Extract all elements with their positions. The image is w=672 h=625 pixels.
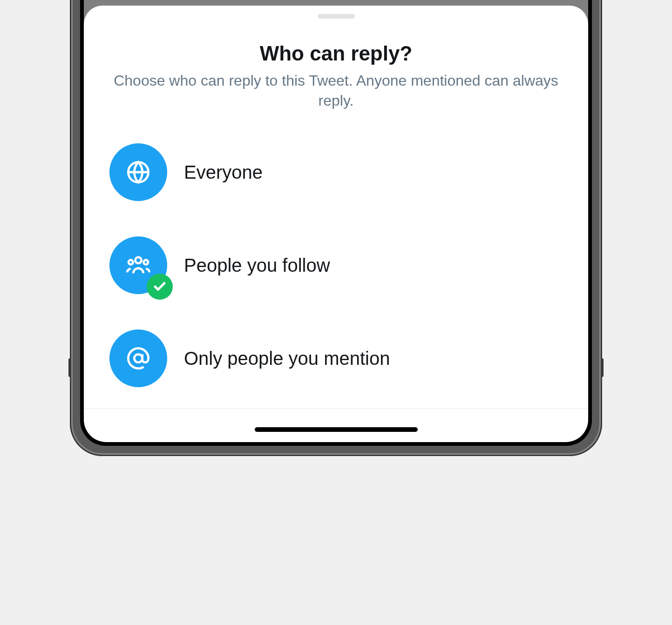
option-everyone[interactable]: Everyone bbox=[109, 143, 563, 201]
option-icon-wrap bbox=[109, 236, 167, 294]
option-label: Only people you mention bbox=[184, 348, 390, 369]
phone-frame: Who can reply? Choose who can reply to t… bbox=[70, 0, 602, 456]
phone-side-button-right bbox=[601, 358, 604, 377]
divider bbox=[84, 408, 588, 409]
phone-screen: Who can reply? Choose who can reply to t… bbox=[84, 0, 588, 442]
sheet-grabber[interactable] bbox=[318, 14, 355, 19]
sheet-title: Who can reply? bbox=[84, 42, 588, 65]
selected-check-icon bbox=[147, 274, 173, 300]
svg-point-4 bbox=[134, 355, 142, 363]
home-indicator[interactable] bbox=[255, 427, 418, 432]
phone-bezel: Who can reply? Choose who can reply to t… bbox=[80, 0, 592, 446]
phone-side-button-left bbox=[68, 358, 71, 377]
svg-point-1 bbox=[136, 257, 142, 263]
globe-icon bbox=[109, 143, 167, 201]
option-label: Everyone bbox=[184, 162, 263, 183]
at-icon bbox=[109, 329, 167, 387]
svg-point-2 bbox=[129, 260, 133, 265]
reply-options-list: Everyone bbox=[84, 143, 588, 387]
option-icon-wrap bbox=[109, 143, 167, 201]
option-icon-wrap bbox=[109, 329, 167, 387]
option-people-you-follow[interactable]: People you follow bbox=[109, 236, 563, 294]
reply-settings-sheet: Who can reply? Choose who can reply to t… bbox=[84, 6, 588, 442]
svg-point-3 bbox=[143, 260, 148, 265]
option-only-mentioned[interactable]: Only people you mention bbox=[109, 329, 563, 387]
option-label: People you follow bbox=[184, 255, 330, 276]
sheet-subtitle: Choose who can reply to this Tweet. Anyo… bbox=[84, 71, 588, 111]
